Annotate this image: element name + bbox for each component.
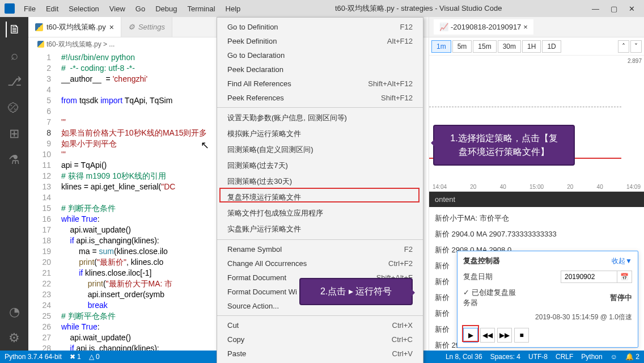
minimize-icon[interactable]: — (592, 5, 599, 13)
context-menu-item[interactable]: 模拟账户运行策略文件 (217, 126, 423, 142)
close-icon[interactable]: × (109, 23, 114, 32)
chevron-up-icon[interactable]: ˄ (618, 40, 629, 53)
status-eol[interactable]: CRLF (556, 353, 573, 361)
status-lang[interactable]: Python (581, 353, 602, 361)
context-menu-item[interactable]: 回测策略(过去7天) (217, 158, 423, 174)
python-file-icon (35, 23, 43, 31)
context-menu-item[interactable]: Change All OccurrencesCtrl+F2 (217, 256, 423, 271)
maximize-icon[interactable]: ▢ (611, 5, 617, 13)
search-icon[interactable]: ⌕ (6, 48, 22, 64)
flask-icon[interactable]: ⚗ (6, 152, 22, 168)
callout-1: 1.选择指定策略，点击【复 盘环境运行策略文件】 (433, 125, 575, 166)
menu-go[interactable]: Go (131, 2, 150, 15)
account-icon[interactable]: ◔ (6, 304, 22, 320)
line-number: 1 (28, 52, 51, 63)
right-panel-tab-label: -20190818-20190917 (451, 23, 521, 31)
play-button[interactable]: ▶ (463, 328, 478, 343)
menu-debug[interactable]: Debug (151, 2, 181, 15)
debug-icon[interactable]: ⛒ (6, 100, 22, 116)
timeframe-button[interactable]: 5m (452, 40, 472, 53)
context-menu-item[interactable]: Find All ReferencesShift+Alt+F12 (217, 77, 423, 91)
editor-tab[interactable]: ⚙Settings (121, 17, 172, 37)
chevron-down-icon[interactable]: ˅ (630, 40, 642, 53)
line-number: 19 (28, 246, 51, 257)
status-warnings[interactable]: △ 0 (89, 353, 100, 361)
context-menu-item[interactable]: CopyCtrl+C (217, 332, 423, 347)
collapse-link[interactable]: 收起▼ (612, 256, 632, 266)
context-menu-item[interactable]: CutCtrl+X (217, 318, 423, 332)
context-menu-item[interactable]: Go to Declaration (217, 48, 423, 62)
explorer-icon[interactable]: 🗎 (6, 22, 22, 37)
calendar-icon[interactable]: 📅 (617, 271, 632, 283)
status-bell[interactable]: 🔔 2 (625, 353, 639, 361)
close-icon[interactable]: ✕ (629, 5, 635, 13)
context-menu-item[interactable]: 回测策略(过去30天) (217, 174, 423, 189)
output-line: 新价小于MA: 市价平仓 (434, 210, 639, 226)
context-menu-item[interactable]: 复盘环境运行策略文件 (217, 189, 423, 205)
timeframe-button[interactable]: 1D (542, 40, 561, 53)
context-menu-item[interactable]: Peek ReferencesShift+F12 (217, 91, 423, 105)
menu-view[interactable]: View (105, 2, 130, 15)
chart-icon: 📈 (439, 23, 448, 31)
editor-tab[interactable]: t60-双均线策略.py× (28, 17, 121, 37)
chart-time-label: 40 (597, 184, 603, 190)
chart-time-label: 14:04 (433, 184, 447, 190)
status-spaces[interactable]: Spaces: 4 (490, 353, 520, 361)
gear-icon[interactable]: ⚙ (6, 330, 22, 346)
status-lncol[interactable]: Ln 8, Col 36 (446, 353, 482, 361)
chart-time-label: 14:09 (626, 184, 641, 190)
right-panel-tab[interactable]: 📈 -20190818-20190917 × (434, 19, 533, 35)
context-menu-item[interactable]: PasteCtrl+V (217, 347, 423, 361)
stop-button[interactable]: ■ (514, 328, 529, 343)
replay-state: 暂停中 (610, 293, 632, 303)
line-number: 2 (28, 63, 51, 74)
line-number: 22 (28, 278, 51, 289)
status-python[interactable]: Python 3.7.4 64-bit (5, 353, 62, 361)
context-menu-item[interactable]: 设置天勤参数(账户信息, 回测区间等) (217, 110, 423, 126)
status-encoding[interactable]: UTF-8 (528, 353, 548, 361)
status-feedback[interactable]: ☺ (611, 353, 617, 361)
callout-1-line2: 盘环境运行策略文件】 (443, 145, 565, 159)
chart-price-label: 2.897 (628, 58, 642, 64)
close-icon[interactable]: × (523, 23, 528, 31)
line-number: 5 (28, 95, 51, 106)
replay-date-label: 复盘日期 (463, 272, 520, 282)
extensions-icon[interactable]: ⊞ (6, 126, 22, 142)
timeframe-button[interactable]: 1H (522, 40, 541, 53)
replay-date-input[interactable] (561, 271, 617, 283)
replay-controller: 复盘控制器 收起▼ 复盘日期 📅 ✓ 已创建复盘服务器 暂停中 2019-08-… (457, 251, 638, 348)
line-number: 12 (28, 171, 51, 182)
line-number: 11 (28, 160, 51, 171)
timeframe-button[interactable]: 15m (473, 40, 496, 53)
line-number: 23 (28, 289, 51, 300)
rewind-button[interactable]: ◀◀ (480, 328, 495, 343)
context-menu-item[interactable]: Peek Declaration (217, 62, 423, 77)
line-number: 10 (28, 149, 51, 160)
gear-icon: ⚙ (128, 23, 135, 31)
menu-terminal[interactable]: Terminal (183, 2, 219, 15)
chart-time-label: 40 (500, 184, 506, 190)
chart-area[interactable]: 2.897 14:04204015:00204014:09 (429, 56, 644, 192)
context-menu-item[interactable]: 回测策略(自定义回测区间) (217, 142, 423, 158)
callout-1-line1: 1.选择指定策略，点击【复 (443, 132, 565, 145)
forward-button[interactable]: ▶▶ (497, 328, 512, 343)
context-menu-item[interactable]: Rename SymbolF2 (217, 242, 423, 256)
line-number: 25 (28, 311, 51, 322)
context-menu-item[interactable]: 实盘账户运行策略文件 (217, 221, 423, 237)
menu-edit[interactable]: Edit (41, 2, 63, 15)
status-errors[interactable]: ✖ 1 (70, 353, 81, 361)
source-control-icon[interactable]: ⎇ (6, 74, 22, 90)
timeframe-button[interactable]: 30m (498, 40, 521, 53)
line-number: 4 (28, 85, 51, 95)
context-menu-item[interactable]: Go to DefinitionF12 (217, 20, 423, 34)
menu-help[interactable]: Help (221, 2, 245, 15)
menu-bar: FileEditSelectionViewGoDebugTerminalHelp (19, 2, 245, 15)
replay-time-info: 2019-08-30 15:14:59 @ 1.0倍速 (535, 313, 632, 322)
line-number: 17 (28, 225, 51, 235)
timeframe-button[interactable]: 1m (431, 40, 451, 53)
menu-file[interactable]: File (19, 2, 40, 15)
context-menu-item[interactable]: 策略文件打包成独立应用程序 (217, 205, 423, 221)
menu-selection[interactable]: Selection (64, 2, 103, 15)
context-menu-item[interactable]: Peek DefinitionAlt+F12 (217, 34, 423, 48)
output-header: ontent (429, 192, 644, 207)
